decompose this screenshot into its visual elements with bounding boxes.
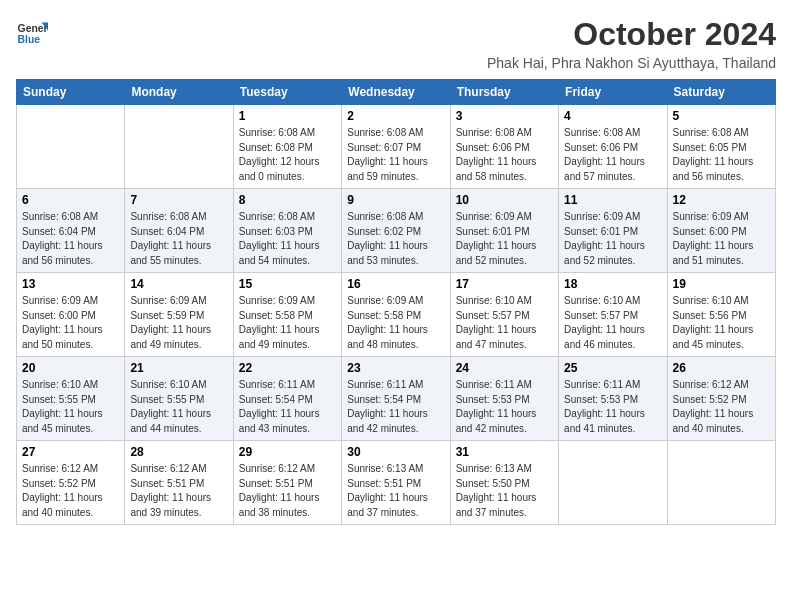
header-cell-wednesday: Wednesday xyxy=(342,80,450,105)
calendar-cell: 18Sunrise: 6:10 AM Sunset: 5:57 PM Dayli… xyxy=(559,273,667,357)
header-cell-tuesday: Tuesday xyxy=(233,80,341,105)
title-area: October 2024 Phak Hai, Phra Nakhon Si Ay… xyxy=(487,16,776,71)
logo-icon: General Blue xyxy=(16,16,48,48)
calendar-body: 1Sunrise: 6:08 AM Sunset: 6:08 PM Daylig… xyxy=(17,105,776,525)
calendar-cell: 14Sunrise: 6:09 AM Sunset: 5:59 PM Dayli… xyxy=(125,273,233,357)
calendar-cell: 7Sunrise: 6:08 AM Sunset: 6:04 PM Daylig… xyxy=(125,189,233,273)
calendar-cell: 11Sunrise: 6:09 AM Sunset: 6:01 PM Dayli… xyxy=(559,189,667,273)
day-info: Sunrise: 6:08 AM Sunset: 6:08 PM Dayligh… xyxy=(239,126,336,184)
calendar-cell: 29Sunrise: 6:12 AM Sunset: 5:51 PM Dayli… xyxy=(233,441,341,525)
logo: General Blue xyxy=(16,16,48,48)
day-number: 31 xyxy=(456,445,553,459)
day-info: Sunrise: 6:13 AM Sunset: 5:51 PM Dayligh… xyxy=(347,462,444,520)
day-number: 3 xyxy=(456,109,553,123)
day-info: Sunrise: 6:13 AM Sunset: 5:50 PM Dayligh… xyxy=(456,462,553,520)
day-info: Sunrise: 6:09 AM Sunset: 6:01 PM Dayligh… xyxy=(456,210,553,268)
day-number: 2 xyxy=(347,109,444,123)
day-number: 23 xyxy=(347,361,444,375)
day-number: 29 xyxy=(239,445,336,459)
day-info: Sunrise: 6:10 AM Sunset: 5:55 PM Dayligh… xyxy=(22,378,119,436)
week-row-3: 13Sunrise: 6:09 AM Sunset: 6:00 PM Dayli… xyxy=(17,273,776,357)
week-row-1: 1Sunrise: 6:08 AM Sunset: 6:08 PM Daylig… xyxy=(17,105,776,189)
day-info: Sunrise: 6:11 AM Sunset: 5:53 PM Dayligh… xyxy=(564,378,661,436)
day-info: Sunrise: 6:09 AM Sunset: 6:01 PM Dayligh… xyxy=(564,210,661,268)
day-info: Sunrise: 6:08 AM Sunset: 6:04 PM Dayligh… xyxy=(130,210,227,268)
calendar-cell: 9Sunrise: 6:08 AM Sunset: 6:02 PM Daylig… xyxy=(342,189,450,273)
day-number: 25 xyxy=(564,361,661,375)
day-info: Sunrise: 6:08 AM Sunset: 6:03 PM Dayligh… xyxy=(239,210,336,268)
day-info: Sunrise: 6:08 AM Sunset: 6:07 PM Dayligh… xyxy=(347,126,444,184)
calendar-cell: 28Sunrise: 6:12 AM Sunset: 5:51 PM Dayli… xyxy=(125,441,233,525)
calendar-table: SundayMondayTuesdayWednesdayThursdayFrid… xyxy=(16,79,776,525)
calendar-cell: 4Sunrise: 6:08 AM Sunset: 6:06 PM Daylig… xyxy=(559,105,667,189)
month-title: October 2024 xyxy=(487,16,776,53)
day-info: Sunrise: 6:10 AM Sunset: 5:55 PM Dayligh… xyxy=(130,378,227,436)
day-info: Sunrise: 6:11 AM Sunset: 5:54 PM Dayligh… xyxy=(239,378,336,436)
day-number: 6 xyxy=(22,193,119,207)
calendar-cell: 20Sunrise: 6:10 AM Sunset: 5:55 PM Dayli… xyxy=(17,357,125,441)
day-info: Sunrise: 6:09 AM Sunset: 6:00 PM Dayligh… xyxy=(673,210,770,268)
header-cell-friday: Friday xyxy=(559,80,667,105)
calendar-cell: 19Sunrise: 6:10 AM Sunset: 5:56 PM Dayli… xyxy=(667,273,775,357)
day-info: Sunrise: 6:10 AM Sunset: 5:57 PM Dayligh… xyxy=(564,294,661,352)
calendar-cell: 24Sunrise: 6:11 AM Sunset: 5:53 PM Dayli… xyxy=(450,357,558,441)
day-number: 21 xyxy=(130,361,227,375)
location-title: Phak Hai, Phra Nakhon Si Ayutthaya, Thai… xyxy=(487,55,776,71)
header-cell-thursday: Thursday xyxy=(450,80,558,105)
calendar-cell: 6Sunrise: 6:08 AM Sunset: 6:04 PM Daylig… xyxy=(17,189,125,273)
day-number: 7 xyxy=(130,193,227,207)
day-info: Sunrise: 6:12 AM Sunset: 5:51 PM Dayligh… xyxy=(239,462,336,520)
calendar-cell: 30Sunrise: 6:13 AM Sunset: 5:51 PM Dayli… xyxy=(342,441,450,525)
day-info: Sunrise: 6:09 AM Sunset: 5:58 PM Dayligh… xyxy=(239,294,336,352)
calendar-cell: 10Sunrise: 6:09 AM Sunset: 6:01 PM Dayli… xyxy=(450,189,558,273)
day-info: Sunrise: 6:11 AM Sunset: 5:53 PM Dayligh… xyxy=(456,378,553,436)
calendar-cell: 27Sunrise: 6:12 AM Sunset: 5:52 PM Dayli… xyxy=(17,441,125,525)
day-info: Sunrise: 6:08 AM Sunset: 6:05 PM Dayligh… xyxy=(673,126,770,184)
calendar-cell: 15Sunrise: 6:09 AM Sunset: 5:58 PM Dayli… xyxy=(233,273,341,357)
calendar-cell: 1Sunrise: 6:08 AM Sunset: 6:08 PM Daylig… xyxy=(233,105,341,189)
calendar-cell: 3Sunrise: 6:08 AM Sunset: 6:06 PM Daylig… xyxy=(450,105,558,189)
day-info: Sunrise: 6:09 AM Sunset: 5:58 PM Dayligh… xyxy=(347,294,444,352)
day-number: 1 xyxy=(239,109,336,123)
day-info: Sunrise: 6:09 AM Sunset: 6:00 PM Dayligh… xyxy=(22,294,119,352)
day-info: Sunrise: 6:12 AM Sunset: 5:51 PM Dayligh… xyxy=(130,462,227,520)
day-number: 27 xyxy=(22,445,119,459)
calendar-cell xyxy=(17,105,125,189)
day-number: 19 xyxy=(673,277,770,291)
day-info: Sunrise: 6:08 AM Sunset: 6:06 PM Dayligh… xyxy=(564,126,661,184)
header-cell-sunday: Sunday xyxy=(17,80,125,105)
day-number: 18 xyxy=(564,277,661,291)
calendar-cell: 31Sunrise: 6:13 AM Sunset: 5:50 PM Dayli… xyxy=(450,441,558,525)
header: General Blue October 2024 Phak Hai, Phra… xyxy=(16,16,776,71)
calendar-cell: 22Sunrise: 6:11 AM Sunset: 5:54 PM Dayli… xyxy=(233,357,341,441)
day-number: 26 xyxy=(673,361,770,375)
day-info: Sunrise: 6:09 AM Sunset: 5:59 PM Dayligh… xyxy=(130,294,227,352)
day-info: Sunrise: 6:11 AM Sunset: 5:54 PM Dayligh… xyxy=(347,378,444,436)
day-number: 14 xyxy=(130,277,227,291)
week-row-5: 27Sunrise: 6:12 AM Sunset: 5:52 PM Dayli… xyxy=(17,441,776,525)
svg-text:Blue: Blue xyxy=(18,34,41,45)
calendar-cell: 13Sunrise: 6:09 AM Sunset: 6:00 PM Dayli… xyxy=(17,273,125,357)
day-number: 5 xyxy=(673,109,770,123)
day-number: 22 xyxy=(239,361,336,375)
calendar-cell: 2Sunrise: 6:08 AM Sunset: 6:07 PM Daylig… xyxy=(342,105,450,189)
calendar-cell: 23Sunrise: 6:11 AM Sunset: 5:54 PM Dayli… xyxy=(342,357,450,441)
day-number: 28 xyxy=(130,445,227,459)
day-info: Sunrise: 6:08 AM Sunset: 6:04 PM Dayligh… xyxy=(22,210,119,268)
calendar-cell: 21Sunrise: 6:10 AM Sunset: 5:55 PM Dayli… xyxy=(125,357,233,441)
calendar-cell: 26Sunrise: 6:12 AM Sunset: 5:52 PM Dayli… xyxy=(667,357,775,441)
day-number: 4 xyxy=(564,109,661,123)
day-number: 8 xyxy=(239,193,336,207)
day-info: Sunrise: 6:08 AM Sunset: 6:06 PM Dayligh… xyxy=(456,126,553,184)
calendar-cell xyxy=(559,441,667,525)
calendar-cell: 5Sunrise: 6:08 AM Sunset: 6:05 PM Daylig… xyxy=(667,105,775,189)
day-number: 15 xyxy=(239,277,336,291)
day-number: 10 xyxy=(456,193,553,207)
calendar-cell: 8Sunrise: 6:08 AM Sunset: 6:03 PM Daylig… xyxy=(233,189,341,273)
calendar-cell: 12Sunrise: 6:09 AM Sunset: 6:00 PM Dayli… xyxy=(667,189,775,273)
day-number: 30 xyxy=(347,445,444,459)
header-cell-saturday: Saturday xyxy=(667,80,775,105)
day-info: Sunrise: 6:12 AM Sunset: 5:52 PM Dayligh… xyxy=(673,378,770,436)
week-row-2: 6Sunrise: 6:08 AM Sunset: 6:04 PM Daylig… xyxy=(17,189,776,273)
week-row-4: 20Sunrise: 6:10 AM Sunset: 5:55 PM Dayli… xyxy=(17,357,776,441)
